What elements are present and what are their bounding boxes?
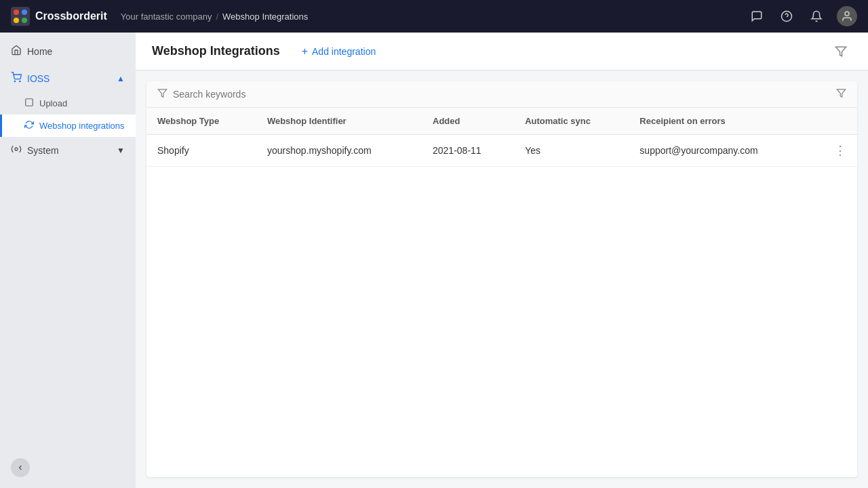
- main-content: Webshop Integrations + Add integration: [136, 33, 868, 488]
- search-icon: [157, 88, 167, 100]
- table-row: Shopify yourshop.myshopify.com 2021-08-1…: [146, 135, 857, 167]
- logo-icon: [11, 7, 30, 26]
- chevron-down-icon: ▼: [117, 146, 125, 155]
- add-integration-button[interactable]: + Add integration: [291, 40, 387, 63]
- cell-row-actions[interactable]: ⋮: [812, 135, 857, 167]
- app-name: Crossborderit: [35, 10, 107, 22]
- sidebar-item-webshop-integrations[interactable]: Webshop integrations: [0, 115, 136, 137]
- breadcrumb-separator: /: [216, 12, 218, 22]
- page-header: Webshop Integrations + Add integration: [136, 33, 868, 70]
- table-container: Webshop Type Webshop Identifier Added Au…: [146, 81, 857, 477]
- col-added: Added: [422, 108, 514, 135]
- chat-support-icon: [751, 10, 763, 22]
- app-logo[interactable]: Crossborderit: [11, 7, 107, 26]
- col-receipient-on-errors: Receipient on errors: [629, 108, 812, 135]
- sidebar-item-upload-label: Upload: [39, 98, 67, 108]
- search-filter-icon[interactable]: [836, 88, 846, 100]
- cell-webshop-identifier: yourshop.myshopify.com: [256, 135, 422, 167]
- cell-added: 2021-08-11: [422, 135, 514, 167]
- add-integration-label: Add integration: [312, 46, 376, 57]
- breadcrumb-current: Webshop Integrations: [222, 12, 308, 22]
- col-webshop-identifier: Webshop Identifier: [256, 108, 422, 135]
- svg-marker-13: [158, 89, 167, 97]
- row-actions-menu-button[interactable]: ⋮: [823, 143, 846, 158]
- search-input[interactable]: [173, 89, 831, 100]
- col-actions: [812, 108, 857, 135]
- sidebar-item-home-label: Home: [27, 46, 52, 57]
- help-button[interactable]: [777, 7, 796, 26]
- sidebar-item-system[interactable]: System ▼: [0, 137, 136, 164]
- sidebar: Home IOSS ▲ Upload: [0, 33, 136, 488]
- sidebar-item-system-label: System: [27, 145, 59, 156]
- sync-icon: [24, 120, 34, 131]
- svg-rect-10: [26, 99, 33, 106]
- breadcrumb: Your fantastic company / Webshop Integra…: [121, 12, 309, 22]
- col-webshop-type: Webshop Type: [146, 108, 256, 135]
- table-header-row: Webshop Type Webshop Identifier Added Au…: [146, 108, 857, 135]
- svg-point-3: [14, 18, 19, 23]
- plus-icon: +: [302, 45, 308, 58]
- notifications-button[interactable]: [807, 7, 826, 26]
- top-navigation: Crossborderit Your fantastic company / W…: [0, 0, 868, 33]
- cell-webshop-type: Shopify: [146, 135, 256, 167]
- user-avatar[interactable]: [837, 6, 857, 26]
- svg-point-4: [22, 18, 27, 23]
- topnav-icons: [747, 6, 857, 26]
- svg-marker-14: [837, 89, 846, 97]
- sidebar-collapse-button[interactable]: [11, 458, 30, 477]
- avatar-icon: [841, 10, 853, 22]
- system-icon: [11, 144, 22, 157]
- svg-point-9: [20, 81, 20, 81]
- search-bar: [146, 81, 857, 108]
- svg-marker-12: [836, 47, 846, 56]
- svg-point-11: [15, 148, 18, 150]
- page-title: Webshop Integrations: [152, 44, 280, 58]
- sidebar-item-webshop-label: Webshop integrations: [39, 121, 125, 131]
- notifications-icon: [810, 10, 823, 22]
- svg-rect-0: [11, 7, 30, 26]
- svg-point-7: [845, 12, 849, 16]
- breadcrumb-company: Your fantastic company: [121, 12, 212, 22]
- sidebar-item-ioss[interactable]: IOSS ▲: [0, 65, 136, 92]
- filter-icon: [835, 45, 847, 58]
- chat-support-button[interactable]: [747, 7, 766, 26]
- help-icon: [781, 10, 793, 22]
- integrations-table: Webshop Type Webshop Identifier Added Au…: [146, 108, 857, 167]
- sidebar-item-home[interactable]: Home: [0, 38, 136, 65]
- cell-automatic-sync: Yes: [514, 135, 629, 167]
- header-filter-button[interactable]: [830, 41, 852, 62]
- svg-point-8: [14, 81, 15, 81]
- home-icon: [11, 45, 22, 58]
- cart-icon: [11, 72, 22, 85]
- square-icon: [24, 98, 34, 109]
- chevron-left-icon: [16, 464, 24, 472]
- svg-point-2: [22, 9, 27, 15]
- col-automatic-sync: Automatic sync: [514, 108, 629, 135]
- sidebar-item-ioss-label: IOSS: [27, 73, 50, 84]
- svg-point-1: [14, 9, 19, 15]
- sidebar-item-upload[interactable]: Upload: [0, 92, 136, 115]
- cell-receipient-on-errors: support@yourcompany.com: [629, 135, 812, 167]
- chevron-up-icon: ▲: [117, 74, 125, 83]
